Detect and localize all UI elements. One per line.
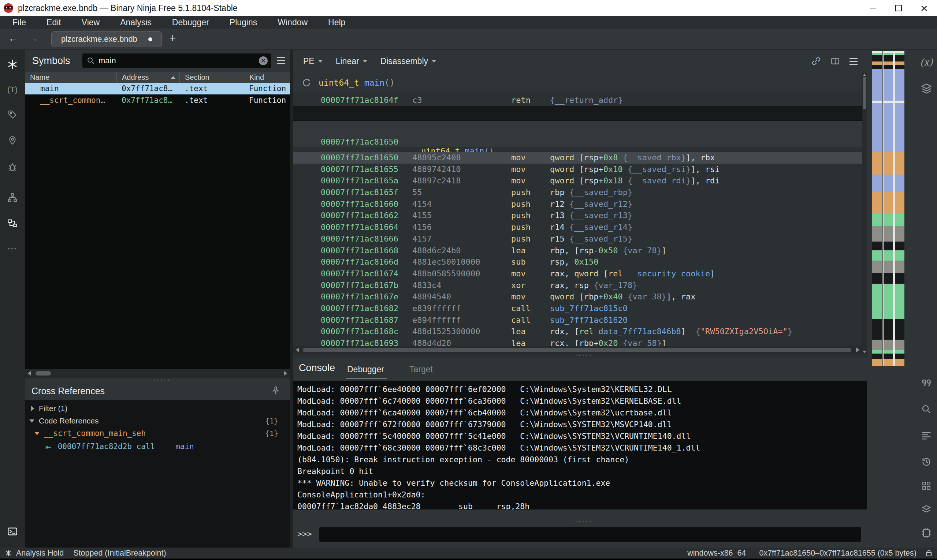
xrefs-entry-row[interactable]: ⇤ 00007ff71ac82d2b call main <box>25 441 290 452</box>
close-button[interactable]: × <box>911 0 937 16</box>
sidebar-cross-references-icon[interactable] <box>0 215 25 231</box>
minimize-button[interactable] <box>860 0 886 16</box>
menu-item-file[interactable]: File <box>12 18 26 28</box>
recursion-icon[interactable] <box>302 78 311 88</box>
listing-row[interactable]: 00007ff71ac816624155pushr13 {__saved_r13… <box>293 210 867 222</box>
sidebar-memory-map-icon[interactable] <box>0 132 25 149</box>
layout-dropdown[interactable]: Linear <box>336 56 367 66</box>
column-kind[interactable]: Kind <box>244 72 290 83</box>
right-sidebar-area: (x) <box>867 50 937 548</box>
memory-panel-icon[interactable] <box>919 526 934 540</box>
menu-item-view[interactable]: View <box>82 18 100 28</box>
sidebar-symbols-icon[interactable] <box>0 56 25 72</box>
console-panel: Console Debugger Target ModLoad: 00007ff… <box>293 358 867 548</box>
menu-item-edit[interactable]: Edit <box>46 18 61 28</box>
menu-item-plugins[interactable]: Plugins <box>230 18 257 28</box>
nav-forward-button[interactable]: → <box>28 32 39 44</box>
scroll-up-icon[interactable] <box>863 74 866 76</box>
scrollbar-thumb[interactable] <box>863 77 866 109</box>
column-address[interactable]: Address <box>116 72 179 83</box>
console-output[interactable]: ModLoad: 00007fff`6ee40000 00007fff`6ef0… <box>293 381 867 509</box>
listing-row[interactable]: 00007ff71ac8167e48894540movqword [rbp+0x… <box>293 291 867 303</box>
layers-icon[interactable] <box>919 81 934 96</box>
listing-row[interactable]: 00007ff71ac816644156pushr14 {__saved_r14… <box>293 222 867 233</box>
link-icon[interactable] <box>811 56 821 66</box>
tab-debugger[interactable]: Debugger <box>347 365 384 374</box>
scroll-down-icon[interactable] <box>863 351 866 353</box>
tab-target[interactable]: Target <box>409 365 433 374</box>
listing-row[interactable]: 00007ff71ac8165f55pushrbp {__saved_rbp} <box>293 187 867 198</box>
console-splitter-grip[interactable]: ····· <box>575 353 592 357</box>
scroll-left-icon[interactable] <box>28 371 31 376</box>
tab-plzcrackme[interactable]: plzcrackme.exe.bndb <box>51 31 162 47</box>
byte-overview-icon[interactable] <box>919 478 934 493</box>
strings-panel-icon[interactable] <box>919 375 934 390</box>
column-section[interactable]: Section <box>179 72 244 83</box>
console-line: ModLoad: 00007fff`672f0000 00007fff`6737… <box>297 419 867 431</box>
find-panel-icon[interactable] <box>919 402 934 417</box>
column-name[interactable]: Name <box>25 72 116 83</box>
mode-dropdown[interactable]: Disassembly <box>381 56 436 66</box>
symbol-row-scrt[interactable]: __scrt_common… 0x7ff71ac8… .text Functio… <box>25 94 290 106</box>
listing-row[interactable]: 00007ff71ac81674488b0585590000movrax, qw… <box>293 268 867 280</box>
symbols-search-box[interactable]: main ✕ <box>82 54 271 68</box>
scroll-right-icon[interactable] <box>856 347 859 352</box>
console-panel-icon[interactable] <box>0 523 25 540</box>
stack-panel-icon[interactable] <box>919 502 934 517</box>
sidebar-debugger-icon[interactable] <box>0 159 25 175</box>
split-view-icon[interactable] <box>831 56 840 66</box>
feature-map[interactable] <box>872 51 905 366</box>
listing-row[interactable]: 00007ff71ac81682e839ffffffcallsub_7ff71a… <box>293 303 867 314</box>
maximize-icon <box>895 5 902 11</box>
sidebar-component-tree-icon[interactable] <box>0 189 25 206</box>
listing-row[interactable]: 00007ff71ac81668488d6c24b0learbp, [rsp-0… <box>293 245 867 257</box>
listing-row[interactable]: 00007ff71ac8165a48897c2418movqword [rsp+… <box>293 175 867 187</box>
listing-row[interactable]: 00007ff71ac8167b4833c4xorrax, rsp {var_1… <box>293 280 867 291</box>
nav-back-button[interactable]: ← <box>8 32 18 44</box>
xrefs-filter-row[interactable]: Filter (1) <box>25 403 290 414</box>
history-panel-icon[interactable] <box>919 455 934 469</box>
vertical-splitter[interactable] <box>290 50 293 548</box>
scroll-right-icon[interactable] <box>284 371 287 376</box>
scroll-left-icon[interactable] <box>296 347 299 352</box>
scrollbar-thumb[interactable] <box>35 371 51 375</box>
sidebar-types-icon[interactable]: (T) <box>0 82 25 98</box>
listing-row[interactable]: 00007ff71ac81687e894ffffffcallsub_7ff71a… <box>293 314 867 326</box>
new-tab-button[interactable]: + <box>169 31 176 45</box>
maximize-button[interactable] <box>886 0 911 16</box>
feature-map-column <box>895 51 905 366</box>
function-signature[interactable]: uint64_t main() <box>319 78 395 88</box>
window-title: plzcrackme.exe.bndb — Binary Ninja Free … <box>18 3 237 13</box>
format-dropdown[interactable]: PE <box>303 56 322 66</box>
sidebar-more-icon[interactable]: ⋯ <box>0 240 25 257</box>
menu-item-analysis[interactable]: Analysis <box>120 18 152 28</box>
menu-item-help[interactable]: Help <box>328 18 345 28</box>
view-menu-icon[interactable] <box>849 58 858 65</box>
listing-row[interactable]: 00007ff71ac8164fc3retn{__return_addr} <box>293 94 867 106</box>
menu-item-window[interactable]: Window <box>277 18 308 28</box>
listing-row[interactable]: 00007ff71ac816554889742410movqword [rsp+… <box>293 164 867 175</box>
search-clear-icon[interactable]: ✕ <box>259 56 268 65</box>
panel-splitter-grip[interactable]: ····· <box>153 378 171 382</box>
symbol-row-main[interactable]: main 0x7ff71ac8… .text Function <box>25 83 290 94</box>
input-splitter-grip[interactable]: ····· <box>575 519 592 523</box>
sidebar-tags-icon[interactable] <box>0 106 25 123</box>
pin-icon[interactable] <box>271 386 280 395</box>
listing-vertical-scrollbar[interactable] <box>862 73 867 354</box>
listing-row[interactable]: 00007ff71ac816604154pushr12 {__saved_r12… <box>293 198 867 210</box>
lock-icon[interactable] <box>925 549 932 557</box>
listing-row[interactable]: 00007ff71ac816664157pushr15 {__saved_r15… <box>293 233 867 245</box>
menu-item-debugger[interactable]: Debugger <box>172 18 209 28</box>
xrefs-function-group-row[interactable]: __scrt_common_main_seh {1} <box>25 428 290 439</box>
tabbar: ← → plzcrackme.exe.bndb + <box>0 29 937 50</box>
listing-row[interactable]: 00007ff71ac8165048895c2408movqword [rsp+… <box>293 152 867 164</box>
symbols-menu-icon[interactable] <box>277 57 285 64</box>
xrefs-code-references-row[interactable]: Code References {1} <box>25 415 290 427</box>
variables-panel-icon[interactable]: (x) <box>919 55 934 69</box>
listing-row[interactable]: 00007ff71ac8168c488d1525300000leardx, [r… <box>293 326 867 337</box>
function-header-row[interactable]: 00007ff71ac81650 uint64_t main() <box>293 121 867 146</box>
log-panel-icon[interactable] <box>919 428 934 443</box>
console-input[interactable] <box>319 527 861 542</box>
listing-row[interactable]: 00007ff71ac81693488d4d20learcx, [rbp+0x2… <box>293 337 867 346</box>
listing-row[interactable]: 00007ff71ac8166d4881ec50010000subrsp, 0x… <box>293 256 867 268</box>
